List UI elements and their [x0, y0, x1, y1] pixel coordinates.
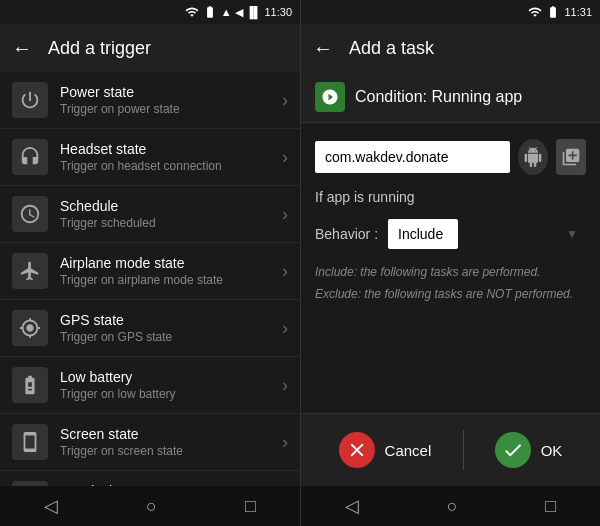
left-nav-recent[interactable]: □ — [245, 496, 256, 517]
info-text-include: Include: the following tasks are perform… — [315, 263, 586, 281]
behavior-select-wrapper: Include Exclude — [388, 219, 586, 249]
button-divider — [463, 430, 464, 470]
screen-state-text: Screen state Trigger on screen state — [60, 426, 282, 458]
right-panel: 11:31 ← Add a task Condition: Running ap… — [300, 0, 600, 526]
right-time: 11:31 — [564, 6, 592, 18]
airplane-mode-chevron: › — [282, 261, 288, 282]
headset-state-subtitle: Trigger on headset connection — [60, 159, 282, 173]
behavior-select[interactable]: Include Exclude — [388, 219, 458, 249]
gps-state-icon — [12, 310, 48, 346]
right-nav-back[interactable]: ◁ — [345, 495, 359, 517]
schedule-title: Schedule — [60, 198, 282, 214]
power-state-icon — [12, 82, 48, 118]
left-status-bar: ▲ ◀ ▐▌ 11:30 — [0, 0, 300, 24]
power-state-chevron: › — [282, 90, 288, 111]
list-item[interactable]: Headset state Trigger on headset connect… — [0, 129, 300, 186]
condition-header: Condition: Running app — [301, 72, 600, 123]
low-battery-title: Low battery — [60, 369, 282, 385]
list-item[interactable]: Power state Trigger on power state › — [0, 72, 300, 129]
left-panel: ▲ ◀ ▐▌ 11:30 ← Add a trigger Power state… — [0, 0, 300, 526]
left-nav-home[interactable]: ○ — [146, 496, 157, 517]
right-nav-recent[interactable]: □ — [545, 496, 556, 517]
schedule-text: Schedule Trigger scheduled — [60, 198, 282, 230]
info-text-exclude: Exclude: the following tasks are NOT per… — [315, 285, 586, 303]
list-item[interactable]: Screen state Trigger on screen state › — [0, 414, 300, 471]
low-battery-text: Low battery Trigger on low battery — [60, 369, 282, 401]
left-toolbar-title: Add a trigger — [48, 38, 151, 59]
right-nav-bar: ◁ ○ □ — [301, 486, 600, 526]
gps-state-chevron: › — [282, 318, 288, 339]
condition-icon — [315, 82, 345, 112]
list-item[interactable]: Low battery Trigger on low battery › — [0, 357, 300, 414]
ok-label: OK — [541, 442, 563, 459]
condition-title: Condition: Running app — [355, 88, 522, 106]
list-item[interactable]: Car dock state Trigger on car dock state… — [0, 471, 300, 486]
headset-state-chevron: › — [282, 147, 288, 168]
power-state-text: Power state Trigger on power state — [60, 84, 282, 116]
headset-state-text: Headset state Trigger on headset connect… — [60, 141, 282, 173]
left-nav-bar: ◁ ○ □ — [0, 486, 300, 526]
right-toolbar: ← Add a task — [301, 24, 600, 72]
low-battery-subtitle: Trigger on low battery — [60, 387, 282, 401]
low-battery-chevron: › — [282, 375, 288, 396]
app-input-row — [315, 139, 586, 175]
power-state-title: Power state — [60, 84, 282, 100]
right-status-bar: 11:31 — [301, 0, 600, 24]
left-status-icons: ▲ ◀ ▐▌ 11:30 — [185, 5, 292, 19]
list-item[interactable]: Schedule Trigger scheduled › — [0, 186, 300, 243]
list-item[interactable]: GPS state Trigger on GPS state › — [0, 300, 300, 357]
right-status-icons: 11:31 — [528, 5, 592, 19]
airplane-mode-subtitle: Trigger on airplane mode state — [60, 273, 282, 287]
gps-state-title: GPS state — [60, 312, 282, 328]
ok-icon — [495, 432, 531, 468]
list-select-button[interactable] — [556, 139, 586, 175]
schedule-icon — [12, 196, 48, 232]
trigger-list: Power state Trigger on power state › Hea… — [0, 72, 300, 486]
app-package-input[interactable] — [315, 141, 510, 173]
airplane-mode-title: Airplane mode state — [60, 255, 282, 271]
schedule-chevron: › — [282, 204, 288, 225]
list-item[interactable]: Airplane mode state Trigger on airplane … — [0, 243, 300, 300]
airplane-mode-icon — [12, 253, 48, 289]
behavior-label: Behavior : — [315, 226, 378, 242]
airplane-mode-text: Airplane mode state Trigger on airplane … — [60, 255, 282, 287]
task-bottom-bar: Cancel OK — [301, 413, 600, 486]
task-content: If app is running Behavior : Include Exc… — [301, 123, 600, 413]
if-running-label: If app is running — [315, 189, 586, 205]
cancel-label: Cancel — [385, 442, 432, 459]
schedule-subtitle: Trigger scheduled — [60, 216, 282, 230]
gps-state-subtitle: Trigger on GPS state — [60, 330, 282, 344]
left-time: ▲ ◀ ▐▌ 11:30 — [221, 6, 292, 19]
screen-state-chevron: › — [282, 432, 288, 453]
left-nav-back[interactable]: ◁ — [44, 495, 58, 517]
behavior-row: Behavior : Include Exclude — [315, 219, 586, 249]
gps-state-text: GPS state Trigger on GPS state — [60, 312, 282, 344]
cancel-icon — [339, 432, 375, 468]
low-battery-icon — [12, 367, 48, 403]
cancel-button[interactable]: Cancel — [323, 426, 448, 474]
right-toolbar-title: Add a task — [349, 38, 434, 59]
screen-state-subtitle: Trigger on screen state — [60, 444, 282, 458]
headset-state-icon — [12, 139, 48, 175]
headset-state-title: Headset state — [60, 141, 282, 157]
screen-state-icon — [12, 424, 48, 460]
screen-state-title: Screen state — [60, 426, 282, 442]
right-nav-home[interactable]: ○ — [447, 496, 458, 517]
left-back-button[interactable]: ← — [12, 37, 32, 60]
power-state-subtitle: Trigger on power state — [60, 102, 282, 116]
android-robot-button[interactable] — [518, 139, 548, 175]
ok-button[interactable]: OK — [479, 426, 579, 474]
right-back-button[interactable]: ← — [313, 37, 333, 60]
left-toolbar: ← Add a trigger — [0, 24, 300, 72]
